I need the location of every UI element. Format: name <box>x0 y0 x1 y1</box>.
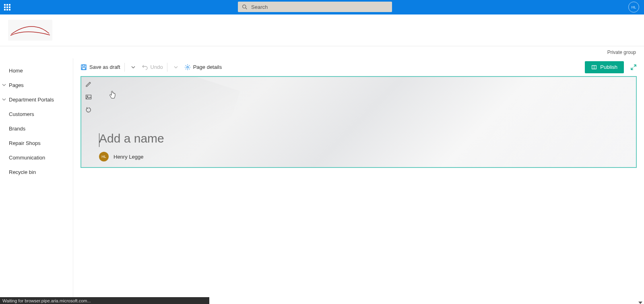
separator <box>167 63 167 72</box>
chevron-down-icon <box>131 65 135 69</box>
nav-brands[interactable]: Brands <box>0 121 73 136</box>
svg-line-1 <box>246 8 247 9</box>
expand-icon <box>631 64 636 70</box>
suite-bar: HL <box>0 0 644 14</box>
undo-icon <box>142 64 148 70</box>
title-area[interactable]: HL Henry Legge <box>80 76 637 168</box>
svg-point-5 <box>186 66 188 68</box>
svg-marker-12 <box>638 302 642 304</box>
page-title-input[interactable] <box>99 132 341 145</box>
publish-button[interactable]: Publish <box>585 61 624 73</box>
pointer-cursor-icon <box>109 91 116 99</box>
save-as-draft-label: Save as draft <box>89 64 120 70</box>
nav-department-portals[interactable]: Department Portals <box>0 92 73 107</box>
undo-button[interactable]: Undo <box>138 58 166 76</box>
save-as-draft-dropdown[interactable] <box>126 58 138 76</box>
waffle-icon <box>4 4 10 10</box>
status-text: Waiting for browser.pipe.aria.microsoft.… <box>2 298 91 303</box>
author-name[interactable]: Henry Legge <box>114 154 143 160</box>
nav-pages-label: Pages <box>9 82 24 88</box>
site-logo[interactable] <box>8 20 52 41</box>
undo-label: Undo <box>151 64 163 70</box>
chevron-down-icon <box>2 97 6 102</box>
svg-point-0 <box>243 5 246 8</box>
nav-customers[interactable]: Customers <box>0 107 73 121</box>
svg-line-9 <box>631 68 633 70</box>
title-edit-tools <box>84 79 94 115</box>
text-caret <box>99 133 99 147</box>
browser-status-bar: Waiting for browser.pipe.aria.microsoft.… <box>0 297 209 304</box>
app-launcher[interactable] <box>0 0 14 14</box>
site-header <box>0 14 644 46</box>
undo-dropdown[interactable] <box>168 58 181 76</box>
author-avatar[interactable]: HL <box>99 152 109 161</box>
left-nav: Home Pages Department Portals Customers … <box>0 58 73 304</box>
svg-line-8 <box>634 65 636 67</box>
expand-button[interactable] <box>627 61 640 73</box>
search-icon <box>242 4 247 10</box>
group-type-line: Private group <box>0 46 644 58</box>
save-icon <box>80 64 87 70</box>
image-icon <box>85 94 92 100</box>
page-details-label: Page details <box>193 64 222 70</box>
search-box[interactable] <box>238 2 392 12</box>
publish-icon <box>591 64 597 70</box>
svg-rect-4 <box>82 68 85 70</box>
separator <box>124 63 125 72</box>
command-bar: Save as draft Undo Page details Publish <box>73 58 644 76</box>
reset-icon <box>85 107 92 113</box>
nav-home[interactable]: Home <box>0 63 73 78</box>
page-canvas: HL Henry Legge <box>73 76 644 168</box>
reset-button[interactable] <box>84 105 93 115</box>
nav-department-portals-label: Department Portals <box>9 97 54 103</box>
gear-icon <box>184 64 191 70</box>
chevron-down-icon <box>174 65 178 69</box>
save-as-draft-button[interactable]: Save as draft <box>77 58 124 76</box>
chevron-down-icon <box>2 83 6 87</box>
group-type-text: Private group <box>607 50 636 55</box>
search-input[interactable] <box>251 4 388 10</box>
pencil-icon <box>85 81 92 87</box>
change-image-button[interactable] <box>84 92 93 102</box>
author-row: HL Henry Legge <box>99 152 143 161</box>
edit-layout-button[interactable] <box>84 79 93 89</box>
page-details-button[interactable]: Page details <box>181 58 225 76</box>
nav-repair-shops[interactable]: Repair Shops <box>0 136 73 150</box>
publish-label: Publish <box>600 64 617 70</box>
scroll-caret-icon[interactable] <box>638 299 642 303</box>
svg-rect-3 <box>83 65 85 66</box>
user-avatar[interactable]: HL <box>628 2 639 12</box>
page-body: Save as draft Undo Page details Publish <box>73 58 644 304</box>
nav-communication[interactable]: Communication <box>0 150 73 165</box>
nav-recycle-bin[interactable]: Recycle bin <box>0 165 73 179</box>
nav-pages[interactable]: Pages <box>0 78 73 92</box>
